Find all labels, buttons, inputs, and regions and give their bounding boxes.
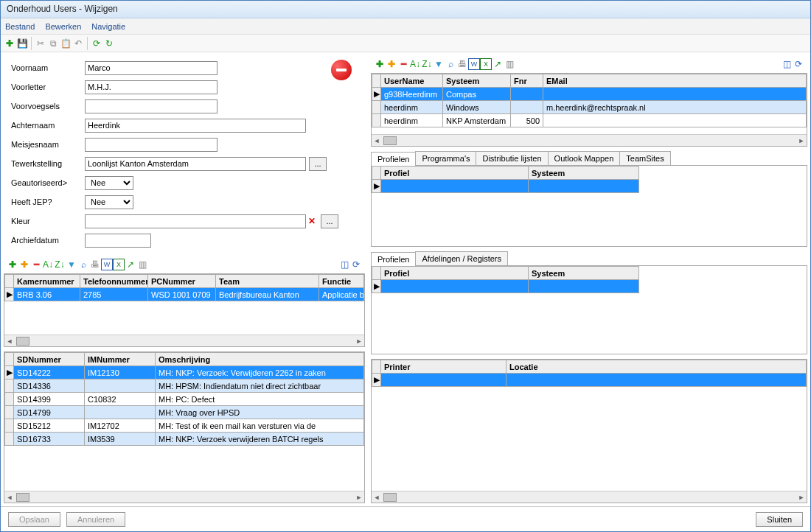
sort-desc-icon[interactable]: Z↓ <box>421 58 433 70</box>
detail-icon[interactable]: ◫ <box>338 259 350 270</box>
tab-profielen[interactable]: Profielen <box>371 152 416 166</box>
add-icon[interactable]: ✚ <box>4 38 15 49</box>
col-imnummer[interactable]: IMNummer <box>85 353 156 366</box>
plus-icon[interactable]: ✚ <box>18 259 30 270</box>
cut-icon[interactable]: ✂ <box>35 38 46 49</box>
add-icon[interactable]: ✚ <box>7 259 18 270</box>
sort-asc-icon[interactable]: A↓ <box>409 58 421 70</box>
table-row[interactable]: ▶ <box>372 374 807 387</box>
tab-teamsites[interactable]: TeamSites <box>619 151 670 165</box>
col-profiel[interactable]: Profiel <box>381 167 529 180</box>
sync-icon[interactable]: ↻ <box>103 38 115 49</box>
col-username[interactable]: UserName <box>381 74 443 88</box>
tab-distributie[interactable]: Distributie lijsten <box>476 151 548 165</box>
add-icon[interactable]: ✚ <box>374 58 386 70</box>
col-profiel[interactable]: Profiel <box>381 267 529 280</box>
paste-icon[interactable]: 📋 <box>60 38 72 49</box>
remove-icon[interactable]: ━ <box>397 58 409 70</box>
refresh-icon[interactable]: ⟳ <box>91 38 102 49</box>
menu-bewerken[interactable]: Bewerken <box>45 22 81 31</box>
col-kamernummer[interactable]: Kamernummer <box>14 275 80 288</box>
select-geautoriseerd[interactable]: Nee <box>85 176 133 190</box>
excel-icon[interactable]: X <box>113 259 125 270</box>
col-systeem[interactable]: Systeem <box>529 167 639 180</box>
columns-icon[interactable]: ▥ <box>504 58 515 70</box>
plus-icon[interactable]: ✚ <box>386 58 397 70</box>
table-row[interactable]: ▶SD14222IM12130MH: NKP: Verzoek: Verwijd… <box>5 366 364 379</box>
filter-icon[interactable]: ▼ <box>66 259 77 270</box>
kamer-grid[interactable]: Kamernummer Telefoonnummer PCNummer Team… <box>4 273 365 347</box>
find-icon[interactable]: ⌕ <box>445 58 456 70</box>
sluiten-button[interactable]: Sluiten <box>756 512 803 527</box>
table-row[interactable]: ▶g938HeerdinmCompas <box>372 88 807 101</box>
col-sdnummer[interactable]: SDNummer <box>14 353 85 366</box>
input-tewerkstelling[interactable] <box>85 157 306 171</box>
export-icon[interactable]: ↗ <box>492 58 504 70</box>
tab-profielen-2[interactable]: Profielen <box>371 252 416 266</box>
input-voorletter[interactable] <box>85 80 217 94</box>
detail-icon[interactable]: ◫ <box>781 58 793 70</box>
table-row[interactable]: SD15212IM12702MH: Test of ik een mail ka… <box>5 419 364 433</box>
h-scrollbar[interactable]: ◄► <box>4 335 364 346</box>
col-fnr[interactable]: Fnr <box>511 74 543 88</box>
input-voornaam[interactable] <box>85 61 217 75</box>
profiel-grid-2[interactable]: ProfielSysteem ▶ <box>371 266 807 354</box>
find-icon[interactable]: ⌕ <box>77 259 89 270</box>
h-scrollbar[interactable]: ◄► <box>372 491 807 503</box>
h-scrollbar[interactable]: ◄► <box>372 134 807 146</box>
profiel-grid-1[interactable]: ProfielSysteem ▶ <box>371 166 807 247</box>
col-email[interactable]: EMail <box>543 74 807 88</box>
table-row[interactable]: SD14399C10832MH: PC: Defect <box>5 393 364 406</box>
remove-icon[interactable]: ━ <box>30 259 42 270</box>
users-grid[interactable]: UserName Systeem Fnr EMail ▶g938Heerdinm… <box>371 73 807 147</box>
refresh-icon[interactable]: ⟳ <box>793 58 804 70</box>
print-icon[interactable]: 🖶 <box>89 259 101 270</box>
clear-kleur-icon[interactable]: ✕ <box>306 215 318 227</box>
lookup-tewerkstelling[interactable]: ... <box>309 157 327 171</box>
col-systeem[interactable]: Systeem <box>529 267 639 280</box>
table-row[interactable]: SD14336MH: HPSM: Indiendatum niet direct… <box>5 379 364 393</box>
printer-grid[interactable]: PrinterLocatie ▶ ◄► <box>371 359 807 503</box>
columns-icon[interactable]: ▥ <box>136 259 148 270</box>
refresh-icon[interactable]: ⟳ <box>350 259 362 270</box>
tab-afdelingen[interactable]: Afdelingen / Registers <box>415 251 508 265</box>
opslaan-button[interactable]: Opslaan <box>8 512 60 527</box>
input-meisjesnaam[interactable] <box>85 138 217 152</box>
input-voorvoegsels[interactable] <box>85 99 217 113</box>
table-row[interactable]: ▶ <box>372 180 807 193</box>
table-row[interactable]: ▶ <box>372 280 807 293</box>
col-pcnummer[interactable]: PCNummer <box>148 275 216 288</box>
tab-programmas[interactable]: Programma's <box>415 151 476 165</box>
menu-navigatie[interactable]: Navigatie <box>91 22 125 31</box>
table-row[interactable]: heerdinmWindowsm.heerdink@rechtspraak.nl <box>372 101 807 114</box>
select-heeft-jep[interactable]: Nee <box>85 195 133 209</box>
table-row[interactable]: heerdinmNKP Amsterdam500 <box>372 114 807 127</box>
filter-icon[interactable]: ▼ <box>433 58 445 70</box>
copy-icon[interactable]: ⧉ <box>47 38 59 49</box>
print-icon[interactable]: 🖶 <box>456 58 468 70</box>
sort-desc-icon[interactable]: Z↓ <box>54 259 66 270</box>
col-functie[interactable]: Functie <box>319 275 364 288</box>
lookup-kleur[interactable]: ... <box>321 214 338 228</box>
menu-bestand[interactable]: Bestand <box>5 22 35 31</box>
table-row[interactable]: SD14799MH: Vraag over HPSD <box>5 406 364 419</box>
sd-grid[interactable]: SDNummer IMNummer Omschrijving ▶SD14222I… <box>4 351 365 503</box>
table-row[interactable]: ▶ BRB 3.06 2785 WSD 1001 0709 Bedrijfsbu… <box>5 288 364 301</box>
col-printer[interactable]: Printer <box>381 360 507 374</box>
sort-asc-icon[interactable]: A↓ <box>42 259 54 270</box>
word-icon[interactable]: W <box>101 259 113 270</box>
col-systeem[interactable]: Systeem <box>443 74 511 88</box>
table-row[interactable]: SD16733IM3539MH: NKP: Verzoek verwijdere… <box>5 433 364 446</box>
annuleren-button[interactable]: Annuleren <box>66 512 125 527</box>
undo-icon[interactable]: ↶ <box>72 38 84 49</box>
col-team[interactable]: Team <box>216 275 319 288</box>
save-icon[interactable]: 💾 <box>16 38 28 49</box>
col-omschrijving[interactable]: Omschrijving <box>156 353 364 366</box>
tab-outlook[interactable]: Outlook Mappen <box>548 151 621 165</box>
word-icon[interactable]: W <box>468 58 480 70</box>
input-archiefdatum[interactable] <box>85 234 151 248</box>
h-scrollbar[interactable]: ◄► <box>4 491 364 503</box>
delete-icon[interactable] <box>331 60 352 80</box>
input-achternaam[interactable] <box>85 119 306 133</box>
col-telefoon[interactable]: Telefoonnummer <box>80 275 148 288</box>
